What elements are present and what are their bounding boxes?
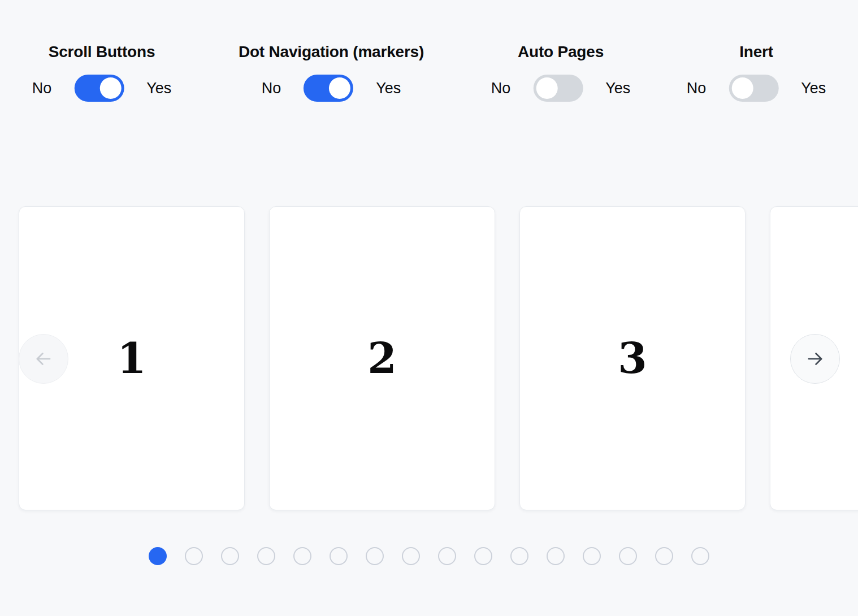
toggle-off-label: No bbox=[687, 80, 707, 97]
control-label: Dot Navigation (markers) bbox=[239, 43, 424, 61]
control-label: Scroll Buttons bbox=[49, 43, 155, 61]
toggle-on-label: Yes bbox=[605, 80, 630, 97]
toggle-off-label: No bbox=[32, 80, 52, 97]
arrow-right-icon bbox=[804, 348, 826, 370]
control-group-auto-pages: Auto Pages No Yes bbox=[491, 43, 631, 102]
control-group-dot-navigation: Dot Navigation (markers) No Yes bbox=[239, 43, 424, 102]
auto-pages-toggle[interactable] bbox=[533, 75, 583, 102]
carousel-slide: 2 bbox=[269, 206, 495, 510]
dot-marker[interactable] bbox=[293, 547, 311, 565]
dot-marker[interactable] bbox=[547, 547, 565, 565]
toggle-knob bbox=[536, 77, 557, 99]
control-row: No Yes bbox=[32, 75, 172, 102]
carousel-viewport[interactable]: 1 2 3 4 bbox=[0, 206, 858, 510]
toggle-off-label: No bbox=[491, 80, 511, 97]
dot-marker[interactable] bbox=[510, 547, 528, 565]
toggle-knob bbox=[329, 77, 350, 99]
dot-marker[interactable] bbox=[691, 547, 709, 565]
dot-marker[interactable] bbox=[330, 547, 348, 565]
dot-marker[interactable] bbox=[583, 547, 601, 565]
slide-number: 1 bbox=[117, 337, 146, 379]
toggle-on-label: Yes bbox=[801, 80, 826, 97]
dot-marker[interactable] bbox=[366, 547, 384, 565]
control-row: No Yes bbox=[262, 75, 401, 102]
dot-marker[interactable] bbox=[402, 547, 420, 565]
carousel-slide: 3 bbox=[519, 206, 746, 510]
toggle-on-label: Yes bbox=[376, 80, 401, 97]
dot-marker[interactable] bbox=[257, 547, 275, 565]
dot-marker-active[interactable] bbox=[149, 547, 167, 565]
next-slide-button[interactable] bbox=[790, 334, 840, 384]
dot-marker[interactable] bbox=[221, 547, 239, 565]
toggle-off-label: No bbox=[262, 80, 281, 97]
dot-navigation bbox=[149, 547, 709, 565]
dot-marker[interactable] bbox=[474, 547, 492, 565]
toggle-knob bbox=[731, 77, 753, 99]
control-row: No Yes bbox=[491, 75, 631, 102]
control-row: No Yes bbox=[687, 75, 826, 102]
scroll-buttons-toggle[interactable] bbox=[74, 75, 124, 102]
control-group-inert: Inert No Yes bbox=[687, 43, 826, 102]
previous-slide-button[interactable] bbox=[19, 334, 68, 384]
dot-marker[interactable] bbox=[655, 547, 673, 565]
control-group-scroll-buttons: Scroll Buttons No Yes bbox=[32, 43, 172, 102]
arrow-left-icon bbox=[33, 348, 54, 370]
control-label: Auto Pages bbox=[518, 43, 604, 61]
dot-navigation-toggle[interactable] bbox=[304, 75, 353, 102]
toggle-on-label: Yes bbox=[146, 80, 171, 97]
dot-marker[interactable] bbox=[619, 547, 637, 565]
slide-number: 3 bbox=[618, 337, 647, 379]
dot-marker[interactable] bbox=[438, 547, 456, 565]
slide-number: 2 bbox=[367, 337, 397, 379]
control-label: Inert bbox=[739, 43, 773, 61]
toggle-knob bbox=[99, 77, 121, 99]
dot-marker[interactable] bbox=[185, 547, 203, 565]
inert-toggle[interactable] bbox=[729, 75, 778, 102]
